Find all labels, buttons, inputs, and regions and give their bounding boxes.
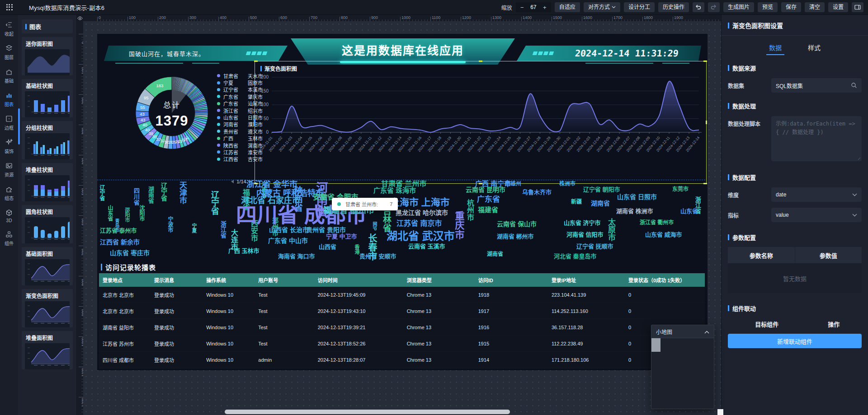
ruler-vertical[interactable]: 0100200300400500600700800900100011001200 xyxy=(77,21,83,415)
svg-text:100: 100 xyxy=(261,102,269,107)
table-cell: 2024-12-13T19:45:09 xyxy=(314,292,403,298)
preview-button[interactable]: 预览 xyxy=(758,2,778,12)
table-header-cell: 登录地点 xyxy=(99,276,151,284)
ruler-horizontal[interactable]: 0100200300400500600700800900100011001200… xyxy=(83,15,721,21)
chart-card-bar[interactable]: 基础柱状图 xyxy=(22,79,73,117)
project-title: Mysql数据库消费演示-副本6 xyxy=(29,3,104,12)
components-icon xyxy=(5,231,13,238)
fit-button[interactable]: 自适应 xyxy=(555,2,580,12)
wordcloud-word: 杭州市 xyxy=(466,199,473,221)
table-cell: 171.218.180.106 xyxy=(548,357,625,363)
align-button[interactable]: 对齐方式 xyxy=(584,2,620,12)
settings-button[interactable]: 设置 xyxy=(828,2,848,12)
minimap-viewport[interactable] xyxy=(651,338,660,352)
accent-bar xyxy=(728,234,729,240)
banner-left-widget[interactable]: 国破山河在，城春草木深。 xyxy=(104,46,288,61)
horizontal-scrollbar-thumb[interactable] xyxy=(225,410,510,414)
resize-handle[interactable] xyxy=(254,119,255,126)
design-division-button[interactable]: 设计分工 xyxy=(624,2,655,12)
sidebar-item-resource[interactable]: 资源 xyxy=(0,160,18,180)
table-cell: 登录成功 xyxy=(151,291,203,298)
wordcloud-word: 湖南省 株洲市 xyxy=(616,208,653,214)
layers-icon xyxy=(5,45,13,52)
panel-scrollbar-thumb[interactable] xyxy=(18,108,20,145)
chart-card-area[interactable]: 堆叠面积图 xyxy=(22,331,73,369)
table-cell: Windows 10 xyxy=(203,357,255,363)
dataset-select[interactable]: SQL数据集 xyxy=(771,78,862,93)
save-button[interactable]: 保存 xyxy=(781,2,801,12)
chart-library-panel: 图表 迷你面积图基础柱状图分组柱状图堆叠柱状图圆角柱状图基础面积图渐变色面积图堆… xyxy=(18,15,77,415)
eye-icon xyxy=(77,16,83,20)
resize-handle[interactable] xyxy=(254,61,258,62)
script-textarea[interactable]: 示例:data.forEach(item => { // 数据处理 }) xyxy=(771,116,862,161)
gradient-area-chart-widget[interactable]: 渐变色面积图 0501001502002024-11-012024-11-022… xyxy=(255,61,707,184)
sidebar-item-layers[interactable]: 图层 xyxy=(0,43,18,62)
chart-card-area[interactable]: 渐变色面积图 xyxy=(22,289,73,327)
chart-card-thumbnail xyxy=(25,259,70,285)
resize-handle[interactable] xyxy=(254,183,258,184)
zoom-out-button[interactable]: − xyxy=(518,4,527,11)
sidebar-item-components[interactable]: 组件 xyxy=(0,229,18,248)
history-button[interactable]: 历史操作 xyxy=(658,2,689,12)
banner-right-widget[interactable]: 2024-12-14 11:31:29 xyxy=(517,46,701,61)
table-cell: 1917 xyxy=(475,308,548,314)
wordcloud-word: 山东省 xyxy=(680,208,698,214)
metric-select[interactable]: value xyxy=(771,208,862,222)
table-cell: 2024-12-13T18:52:26 xyxy=(314,341,403,346)
svg-text:183: 183 xyxy=(156,83,164,88)
add-linkage-button[interactable]: 新增联动组件 xyxy=(728,334,862,348)
chevron-down-icon xyxy=(852,214,857,217)
chart-card-area-mini[interactable]: 迷你面积图 xyxy=(22,37,73,75)
decorate-icon xyxy=(5,139,13,146)
wordcloud-word: 辽宁省 xyxy=(210,191,218,215)
params-empty-state: 暂无数据 xyxy=(728,263,862,293)
records-table-widget[interactable]: 登录地点提示消息操作系统用户账号访问时间浏览器类型访问ID登录IP地址登录状态（… xyxy=(99,273,705,369)
wordcloud-word: 浙江省 金华市 xyxy=(246,180,297,188)
resize-handle[interactable] xyxy=(703,61,707,62)
resize-handle[interactable] xyxy=(479,61,482,62)
collapse-minimap-button[interactable] xyxy=(704,327,709,336)
app-menu-icon[interactable] xyxy=(6,4,13,10)
svg-text:43: 43 xyxy=(141,117,146,122)
chart-card-bar-group[interactable]: 分组柱状图 xyxy=(22,121,73,159)
sidebar-item-basic[interactable]: 基础 xyxy=(0,66,18,86)
tab-style[interactable]: 样式 xyxy=(807,40,821,55)
zoom-in-button[interactable]: + xyxy=(540,4,549,11)
wordcloud-word: 海南省 海口市 xyxy=(278,253,315,259)
table-row: 江苏省 苏州市登录成功Windows 10Test2024-12-13T18:5… xyxy=(99,336,705,352)
resize-handle[interactable] xyxy=(706,121,707,124)
legend-dot xyxy=(217,109,220,112)
resize-handle[interactable] xyxy=(703,183,707,184)
sidebar-item-3d[interactable]: 3D xyxy=(0,207,18,225)
tab-data[interactable]: 数据 xyxy=(768,40,783,55)
dimension-select[interactable]: date xyxy=(771,187,862,202)
digital-clock: 2024-12-14 11:31:29 xyxy=(575,48,679,59)
ruler-corner[interactable] xyxy=(77,15,83,21)
chart-card-area[interactable]: 基础面积图 xyxy=(22,247,73,285)
chart-card-bar-round[interactable]: 圆角柱状图 xyxy=(22,205,73,243)
toggle-panel-button[interactable] xyxy=(852,2,863,12)
zoom-value[interactable]: 67 xyxy=(527,4,540,10)
sidebar-item-decorate[interactable]: 装饰 xyxy=(0,137,18,156)
wordcloud-word: 香港 xyxy=(354,244,359,254)
wordcloud-widget[interactable]: 辽宁省山东省青岛市四川省邵阳市沈阳市湖南省辽宁省天津市宁波市江苏省 泰州市江西省… xyxy=(97,180,705,263)
resize-handle[interactable] xyxy=(479,183,482,184)
dashboard-artboard[interactable]: 国破山河在，城春草木深。 这是用数据库在线应用 2024-12-14 11:31… xyxy=(97,34,708,370)
clear-button[interactable]: 清空 xyxy=(805,2,825,12)
svg-text:40: 40 xyxy=(142,122,147,127)
minimap-header[interactable]: 小地图 xyxy=(651,325,714,338)
sidebar-item-config[interactable]: 组态 xyxy=(0,184,18,203)
sidebar-item-charts[interactable]: 图表 xyxy=(0,90,18,109)
redo-button[interactable] xyxy=(708,2,720,12)
chart-card-thumbnail xyxy=(25,343,70,369)
sidebar-item-border[interactable]: 边框 xyxy=(0,113,18,133)
table-cell: Chrome 13 xyxy=(403,341,475,346)
chart-card-bar-stack[interactable]: 堆叠柱状图 xyxy=(22,163,73,201)
redo-icon xyxy=(710,4,717,10)
undo-button[interactable] xyxy=(693,2,704,12)
wordcloud-word: 辽宁省 抚顺市 xyxy=(576,243,613,249)
wordcloud-word: 湖南省 xyxy=(591,200,610,206)
generate-image-button[interactable]: 生成图片 xyxy=(723,2,754,12)
sidebar-item-collapse[interactable]: 收起 xyxy=(0,19,18,39)
resource-icon xyxy=(5,162,13,169)
